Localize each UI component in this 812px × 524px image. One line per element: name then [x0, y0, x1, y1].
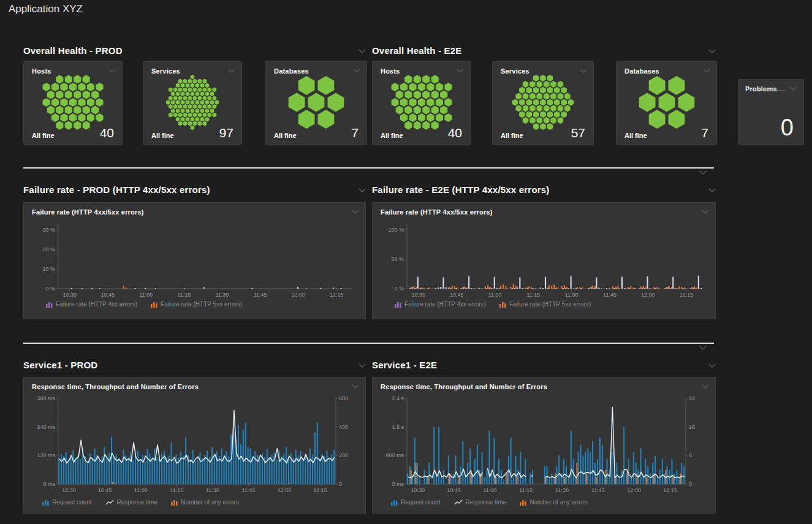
section-title-service-prod: Service1 - PROD — [23, 360, 97, 370]
svg-text:10:30: 10:30 — [63, 292, 77, 298]
chevron-down-icon[interactable] — [359, 363, 366, 368]
chevron-down-icon[interactable] — [790, 86, 797, 91]
tile-services-prod[interactable]: Services All fine 97 — [143, 61, 242, 145]
failure-rate-e2e-chart[interactable]: 0 %50 %100 %10:3010:4511:0011:1511:3011:… — [379, 219, 710, 300]
chevron-down-icon[interactable] — [702, 384, 709, 389]
svg-text:120 ms: 120 ms — [37, 452, 55, 458]
problems-count: 0 — [781, 116, 794, 139]
svg-text:0 ms: 0 ms — [392, 481, 404, 487]
section-header-failure-prod: Failure rate - PROD (HTTP 4xx/5xx errors… — [23, 183, 366, 196]
section-title-health-e2e: Overall Health - E2E — [372, 45, 462, 56]
status-label: All fine — [274, 132, 297, 139]
line-chart-icon — [105, 499, 114, 506]
chevron-down-icon[interactable] — [708, 49, 716, 53]
tile-problems[interactable]: Problems 0 — [738, 79, 804, 145]
svg-text:10:45: 10:45 — [450, 292, 464, 298]
service-prod-chart[interactable]: 0 ms120 ms240 ms360 ms020040060010:3010:… — [30, 393, 360, 495]
svg-text:16: 16 — [689, 424, 695, 430]
legend-item-errors[interactable]: Number of any errors — [171, 499, 238, 506]
chevron-down-icon[interactable] — [708, 363, 716, 368]
svg-text:50 %: 50 % — [391, 256, 404, 262]
tile-hosts-e2e[interactable]: Hosts All fine 40 — [372, 61, 471, 145]
svg-text:11:15: 11:15 — [526, 292, 540, 298]
bar-chart-icon — [46, 301, 53, 308]
chevron-down-icon[interactable] — [108, 69, 116, 73]
bar-chart-icon — [171, 499, 178, 506]
chart-legend: Request count Response time Number of an… — [42, 499, 239, 506]
chart-title: Failure rate (HTTP 4xx/5xx errors) — [32, 208, 144, 216]
honeycomb-health-icon — [635, 74, 699, 131]
tile-hosts-prod[interactable]: Hosts All fine 40 — [23, 61, 123, 145]
honeycomb-health-icon — [511, 74, 575, 131]
entity-count: 57 — [571, 126, 585, 139]
chevron-down-icon[interactable] — [359, 188, 366, 192]
chart-title: Response time, Throughput and Number of … — [32, 383, 199, 390]
chevron-down-icon[interactable] — [702, 210, 709, 214]
svg-text:11:15: 11:15 — [177, 292, 191, 298]
svg-text:10:30: 10:30 — [411, 487, 425, 493]
svg-text:0 ms: 0 ms — [43, 481, 55, 487]
svg-text:360 ms: 360 ms — [37, 395, 55, 401]
legend-item-http-4xx[interactable]: Failure rate (HTTP 4xx errors) — [395, 301, 486, 308]
svg-text:800 ms: 800 ms — [385, 452, 404, 458]
legend-item-http-4xx[interactable]: Failure rate (HTTP 4xx errors) — [46, 301, 137, 308]
chevron-down-icon[interactable] — [352, 384, 359, 389]
section-header-service-e2e: Service1 - E2E — [372, 359, 716, 371]
tile-databases-e2e[interactable]: Databases All fine 7 — [616, 61, 717, 145]
legend-item-http-5xx[interactable]: Failure rate (HTTP 5xx errors) — [499, 301, 591, 308]
bar-chart-icon — [520, 499, 526, 506]
legend-item-request-count[interactable]: Request count — [391, 499, 441, 506]
svg-text:12:00: 12:00 — [292, 292, 306, 298]
legend-item-errors[interactable]: Number of any errors — [520, 499, 587, 506]
failure-rate-prod-chart[interactable]: 0 %10 %20 %30 %10:3010:4511:0011:1511:30… — [30, 219, 360, 300]
svg-text:24: 24 — [689, 395, 695, 401]
svg-text:0: 0 — [689, 481, 692, 487]
honeycomb-health-icon — [41, 74, 105, 131]
svg-text:30 %: 30 % — [42, 227, 55, 233]
chevron-down-icon[interactable] — [703, 69, 710, 73]
status-label: All fine — [151, 132, 174, 139]
status-label: All fine — [381, 132, 403, 139]
legend-item-response-time[interactable]: Response time — [105, 499, 158, 506]
chart-tile-service-e2e[interactable]: Response time, Throughput and Number of … — [372, 377, 716, 514]
bar-chart-icon — [151, 301, 157, 308]
chevron-down-icon[interactable] — [580, 69, 587, 73]
section-header-health-e2e: Overall Health - E2E — [372, 44, 716, 56]
chart-legend: Failure rate (HTTP 4xx errors) Failure r… — [46, 301, 242, 308]
svg-text:10:30: 10:30 — [62, 487, 76, 493]
service-e2e-chart[interactable]: 0 ms800 ms1.6 s2.4 s08162410:3010:4511:0… — [379, 393, 710, 495]
svg-text:10 %: 10 % — [42, 266, 55, 272]
svg-text:8: 8 — [689, 452, 692, 458]
legend-label: Response time — [466, 499, 507, 506]
svg-text:10:45: 10:45 — [98, 487, 112, 493]
chevron-down-icon[interactable] — [353, 69, 360, 73]
honeycomb-health-icon — [390, 74, 453, 131]
chevron-down-icon[interactable] — [708, 188, 716, 192]
svg-text:10:45: 10:45 — [101, 292, 115, 298]
svg-text:11:00: 11:00 — [139, 292, 153, 298]
entity-count: 40 — [448, 126, 462, 139]
chevron-down-icon[interactable] — [228, 69, 235, 73]
svg-text:100 %: 100 % — [388, 227, 404, 233]
chart-tile-failure-e2e[interactable]: Failure rate (HTTP 4xx/5xx errors) 0 %50… — [372, 202, 716, 319]
legend-item-http-5xx[interactable]: Failure rate (HTTP 5xx errors) — [151, 301, 242, 308]
chevron-down-icon[interactable] — [352, 210, 359, 214]
entity-count: 7 — [351, 126, 359, 139]
svg-text:11:45: 11:45 — [254, 292, 267, 298]
chart-tile-service-prod[interactable]: Response time, Throughput and Number of … — [23, 377, 366, 514]
section-collapse-chevron-icon[interactable] — [699, 345, 707, 350]
legend-item-response-time[interactable]: Response time — [454, 499, 507, 506]
svg-text:240 ms: 240 ms — [37, 424, 55, 430]
tile-services-e2e[interactable]: Services All fine 57 — [492, 61, 594, 145]
svg-text:12:00: 12:00 — [278, 487, 292, 493]
tile-databases-prod[interactable]: Databases All fine 7 — [265, 61, 367, 145]
chevron-down-icon[interactable] — [457, 69, 464, 73]
svg-text:11:15: 11:15 — [170, 487, 183, 493]
chart-tile-failure-prod[interactable]: Failure rate (HTTP 4xx/5xx errors) 0 %10… — [23, 202, 366, 319]
section-collapse-chevron-icon[interactable] — [699, 170, 707, 175]
chevron-down-icon[interactable] — [359, 49, 366, 53]
legend-item-request-count[interactable]: Request count — [42, 499, 92, 506]
section-title-health-prod: Overall Health - PROD — [23, 45, 123, 56]
chart-legend: Failure rate (HTTP 4xx errors) Failure r… — [395, 301, 591, 308]
section-title-service-e2e: Service1 - E2E — [372, 360, 437, 370]
